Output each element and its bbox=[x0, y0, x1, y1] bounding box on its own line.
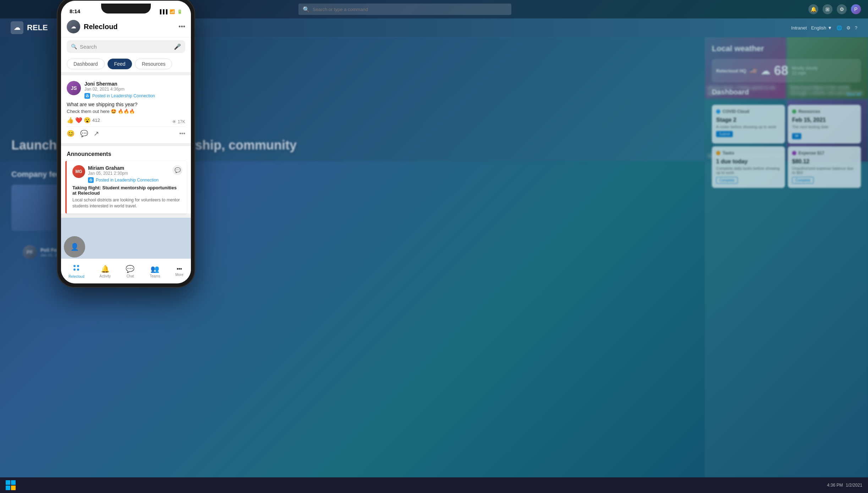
svg-point-3 bbox=[87, 96, 88, 97]
bg-weather-detail: Mostly cloudy 12 mph bbox=[792, 66, 818, 76]
more-nav-label: More bbox=[175, 273, 183, 277]
comment-button[interactable]: 💬 bbox=[80, 130, 88, 137]
views-icon: 👁 bbox=[172, 119, 176, 124]
chat-nav-label: Chat bbox=[126, 274, 134, 278]
bg-dash-card-1-value: Feb 15, 2021 bbox=[792, 117, 857, 123]
confidential-label: Intranet bbox=[791, 25, 807, 31]
phone-tab-resources[interactable]: Resources bbox=[135, 59, 172, 69]
settings-nav-icon[interactable]: ⚙ bbox=[846, 25, 851, 31]
phone-screen: 8:14 ▐▐▐ 📶 🔋 ☁ Relecloud ••• 🔍 bbox=[61, 1, 191, 283]
more-nav-icon: ••• bbox=[177, 266, 182, 272]
post-body: Check them out here 🤩 🔥🔥🔥 bbox=[67, 109, 185, 114]
phone-title-row: ☁ Relecloud bbox=[67, 20, 118, 33]
phone-status-icons: ▐▐▐ 📶 🔋 bbox=[158, 9, 182, 14]
logo-text: RELE bbox=[27, 23, 48, 32]
phone-app-title: Relecloud bbox=[84, 23, 118, 31]
share-button[interactable]: ↗ bbox=[94, 130, 99, 137]
bg-weather-title: Local weather bbox=[712, 44, 861, 53]
announcements-section: Announcements 💬 MG Miriam Graham Jan 05,… bbox=[61, 146, 191, 213]
top-bar-search[interactable]: 🔍 bbox=[298, 4, 511, 15]
phone-nav-more[interactable]: ••• More bbox=[175, 266, 183, 277]
reaction-emoji-1: 👍 bbox=[67, 117, 74, 124]
svg-point-11 bbox=[77, 269, 79, 271]
bg-dash-card-1-desc: The next testing date bbox=[792, 125, 857, 129]
bell-icon-btn[interactable]: 🔔 bbox=[808, 4, 818, 14]
settings-icon-btn[interactable]: ⚙ bbox=[837, 4, 847, 14]
bg-temp-value: 68 bbox=[774, 63, 788, 78]
views-count: 17K bbox=[178, 119, 185, 124]
bg-dash-card-0-value: Stage 2 bbox=[716, 117, 781, 123]
phone-app-avatar: ☁ bbox=[67, 20, 80, 33]
translate-icon[interactable]: 🌐 bbox=[836, 25, 842, 31]
announcement-card: 💬 MG Miriam Graham Jan 05, 2021 2:30pm bbox=[65, 161, 187, 213]
bg-dash-card-2-value: 1 due today bbox=[716, 158, 781, 165]
bg-person-avatar: PF bbox=[23, 245, 37, 259]
activity-nav-icon: 🔔 bbox=[101, 265, 110, 273]
reaction-count: 412 bbox=[92, 118, 100, 123]
phone-search-bar[interactable]: 🔍 Search 🎤 bbox=[67, 40, 185, 53]
phone-mic-icon[interactable]: 🎤 bbox=[174, 43, 181, 50]
language-selector[interactable]: English ▼ bbox=[811, 25, 832, 31]
phone-nav-teams[interactable]: 👥 Teams bbox=[150, 265, 160, 278]
phone-nav-bar: Relecloud 🔔 Activity 💬 Chat 👥 Teams ••• … bbox=[61, 259, 191, 283]
svg-point-5 bbox=[90, 179, 91, 180]
relecloud-nav-icon bbox=[72, 264, 80, 273]
phone-tab-dashboard[interactable]: Dashboard bbox=[67, 59, 105, 69]
bg-dash-card-3-value: $80.12 bbox=[792, 158, 857, 165]
announcement-author: Miriam Graham bbox=[88, 165, 159, 171]
phone-app-header: ☁ Relecloud ••• bbox=[61, 16, 191, 37]
windows-logo[interactable] bbox=[6, 480, 16, 490]
bg-dash-card-2-desc: Complete daily tasks before showing up t… bbox=[716, 166, 781, 175]
phone-frame: 8:14 ▐▐▐ 📶 🔋 ☁ Relecloud ••• 🔍 bbox=[57, 0, 195, 288]
taskbar-time: 4:36 PM bbox=[827, 483, 843, 488]
win-logo-q3 bbox=[6, 486, 10, 490]
bg-dash-card-2-title: Tasks bbox=[723, 151, 734, 156]
post-more-options[interactable]: ••• bbox=[179, 130, 185, 137]
user-avatar-btn[interactable]: P bbox=[851, 4, 861, 14]
top-bar-search-input[interactable] bbox=[313, 7, 507, 12]
activity-nav-label: Activity bbox=[99, 274, 111, 278]
phone-nav-activity[interactable]: 🔔 Activity bbox=[99, 265, 111, 278]
bg-dash-card-2-btn[interactable]: Complete bbox=[716, 177, 738, 184]
announcement-community-icon bbox=[88, 177, 94, 183]
chat-nav-icon: 💬 bbox=[126, 265, 134, 273]
svg-point-1 bbox=[86, 95, 87, 96]
post-meta: Joni Sherman Jan 02, 2021 4:36pm bbox=[84, 81, 185, 99]
post-reactions: 👍 ❤️ 😮 412 bbox=[67, 117, 100, 124]
phone-nav-relecloud[interactable]: Relecloud bbox=[68, 264, 84, 278]
bg-dash-card-3: Expense $17 $80.12 Unauthorized expense … bbox=[788, 146, 861, 188]
svg-point-8 bbox=[73, 265, 76, 267]
bg-dash-card-0-btn[interactable]: Submit bbox=[716, 131, 733, 137]
announcement-title-text: Taking flight: Student mentorship opport… bbox=[72, 185, 181, 196]
phone-nav-chat[interactable]: 💬 Chat bbox=[126, 265, 134, 278]
bg-weather-row: Relecloud HQ 🇺🇸 ☁ 68 Mostly cloudy 12 mp… bbox=[712, 59, 861, 82]
phone-search-icon: 🔍 bbox=[71, 44, 77, 49]
svg-point-6 bbox=[91, 179, 92, 180]
bg-weather-location: Relecloud HQ bbox=[716, 68, 746, 74]
phone-time: 8:14 bbox=[70, 8, 80, 14]
win-logo-q2 bbox=[11, 480, 16, 485]
bg-dash-card-1-map[interactable]: 🗺 bbox=[792, 133, 801, 139]
phone-tab-feed[interactable]: Feed bbox=[108, 59, 132, 69]
phone-tab-resources-label: Resources bbox=[142, 61, 165, 67]
post-header: JS Joni Sherman Jan 02, 2021 4:36pm bbox=[67, 81, 185, 99]
announcement-icon: 💬 bbox=[172, 165, 182, 175]
bg-dash-card-3-title: Expense $17 bbox=[798, 151, 824, 156]
grid-icon-btn[interactable]: ⊞ bbox=[823, 4, 833, 14]
logo-icon: ☁ bbox=[11, 21, 23, 34]
emoji-reaction-button[interactable]: 😊 bbox=[67, 130, 75, 137]
post-time: Jan 02, 2021 4:36pm bbox=[84, 87, 185, 92]
announcement-community: Posted in Leadership Connection bbox=[88, 177, 159, 183]
bg-dash-card-1-dot bbox=[792, 109, 796, 114]
teams-nav-label: Teams bbox=[150, 274, 160, 278]
phone-more-button[interactable]: ••• bbox=[178, 23, 185, 31]
bg-flag-icon: 🇺🇸 bbox=[750, 67, 757, 74]
bg-see-all[interactable]: See all bbox=[847, 92, 861, 97]
svg-point-7 bbox=[90, 180, 92, 182]
phone-search-placeholder: Search bbox=[80, 44, 171, 50]
help-icon[interactable]: ? bbox=[855, 25, 857, 31]
community-icon bbox=[84, 93, 90, 99]
bg-dash-card-3-btn[interactable]: Complete bbox=[792, 177, 814, 184]
announcement-body: Local school districts are looking for v… bbox=[72, 197, 181, 209]
bg-right-sidebar: Local weather Relecloud HQ 🇺🇸 ☁ 68 Mostl… bbox=[705, 37, 868, 477]
